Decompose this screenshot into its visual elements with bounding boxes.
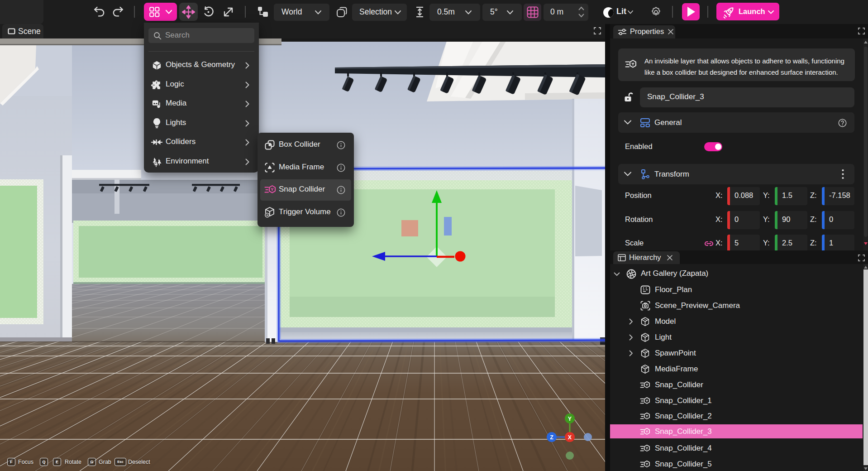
svg-text:X: X <box>568 434 572 441</box>
svg-text:Y: Y <box>568 416 572 422</box>
svg-text:Z: Z <box>550 434 553 441</box>
